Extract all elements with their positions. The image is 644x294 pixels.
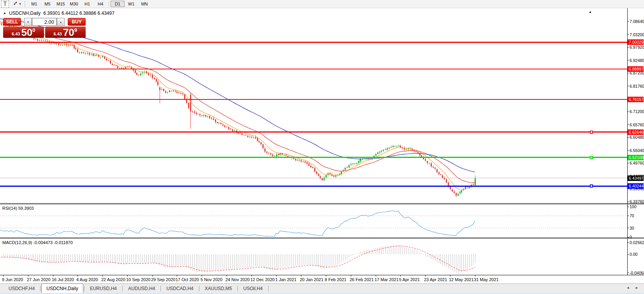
volume-increase-button[interactable]: ▲: [57, 18, 65, 26]
price-tick-mark: [627, 21, 629, 22]
price-tick-label: 7.03200: [630, 32, 644, 37]
buy-price-display[interactable]: 6.43 70 9: [45, 27, 86, 38]
price-tick-mark: [627, 34, 629, 35]
tab-separator: [199, 286, 199, 291]
tab-USDCAD-H4[interactable]: USDCAD,H4: [162, 284, 198, 293]
timeframe-button-M5[interactable]: M5: [41, 1, 54, 7]
price-line-tag: 6.40244: [628, 183, 644, 189]
rsi-tick-mark: [627, 207, 629, 207]
tab-separator: [238, 286, 238, 291]
tab-separator: [40, 286, 40, 291]
time-axis: 9 Jun 202027 Jun 202016 Jul 20204 Aug 20…: [0, 275, 644, 283]
rsi-panel-canvas[interactable]: [0, 204, 627, 237]
tab-USDCHF-H4[interactable]: USDCHF,H4: [4, 284, 39, 293]
tab-EURUSD-H4[interactable]: EURUSD,H4: [85, 284, 121, 293]
timeframe-button-MN[interactable]: MN: [138, 1, 151, 7]
price-tick-label: 6.49760: [630, 161, 644, 165]
date-tick-label: 20 Jan 2021: [300, 277, 324, 282]
tab-XAUUSD-M5[interactable]: XAUUSD,M5: [200, 284, 237, 293]
tab-separator: [268, 286, 269, 291]
date-tick-mark: [77, 275, 78, 276]
date-tick-label: 23 Apr 2021: [424, 277, 447, 282]
price-tick-mark: [627, 47, 629, 48]
date-tick-label: 9 Jun 2020: [2, 277, 23, 282]
date-tick-label: 24 Nov 2020: [225, 277, 250, 282]
date-tick-mark: [3, 275, 4, 276]
date-tick-label: 29 Sep 2020: [151, 277, 175, 282]
rsi-tick-label: 70: [630, 213, 634, 218]
trading-terminal-window: T ▼ M1M5M15M30H1H4D1W1MN 7.086407.032006…: [0, 0, 644, 294]
rsi-tick-label: 100: [630, 204, 637, 209]
tab-AUDUSD-H4[interactable]: AUDUSD,H4: [123, 284, 160, 293]
volume-input[interactable]: [32, 18, 57, 26]
sell-button[interactable]: SELL: [3, 18, 21, 26]
chart-title-row: ▲ USDCNH,Daily 6.39301 6.44112 6.38886 6…: [3, 11, 114, 16]
date-tick-label: 4 Aug 2020: [76, 277, 98, 282]
tab-USDCNH-Daily[interactable]: USDCNH,Daily: [41, 283, 83, 294]
rsi-tick-label: 0: [630, 235, 632, 239]
price-tick-mark: [627, 86, 629, 86]
sell-price-display[interactable]: 6.43 50 0: [3, 27, 44, 38]
date-tick-label: 22 Aug 2020: [101, 277, 125, 282]
candles: [0, 23, 476, 197]
rsi-level-lines: [0, 216, 627, 228]
date-tick-label: 5 Apr 2021: [399, 277, 420, 282]
sell-price-pips: 50: [21, 28, 32, 37]
timeframe-button-H4[interactable]: H4: [94, 1, 107, 7]
chart-expand-icon[interactable]: ▲: [3, 12, 6, 15]
toolbar: T ▼ M1M5M15M30H1H4D1W1MN: [0, 0, 644, 8]
timeframe-button-M30[interactable]: M30: [67, 1, 81, 7]
arrows-icon: [13, 0, 18, 7]
price-tick-label: 7.08640: [630, 19, 644, 24]
timeframe-button-D1[interactable]: D1: [111, 1, 125, 7]
chart-window: 7.086407.032006.979206.924806.872006.817…: [0, 8, 644, 283]
date-tick-label: 12 May 2021: [449, 277, 474, 282]
volume-decrease-button[interactable]: ▼: [24, 18, 32, 26]
price-line-tag: 6.76157: [628, 97, 644, 102]
price-axis-line: [627, 8, 628, 275]
arrows-tool-button[interactable]: ▼: [11, 1, 23, 7]
tab-scroll-right-icon[interactable]: ►: [635, 286, 639, 290]
tab-USOil-H4[interactable]: USOil,H4: [239, 284, 267, 293]
rsi-indicator-label: RSI(14) 59.3903: [2, 206, 34, 211]
macd-tick-mark: [627, 273, 629, 273]
rsi-tick-label: 30: [630, 226, 634, 230]
price-tick-mark: [627, 163, 629, 163]
price-tick-mark: [627, 150, 629, 151]
macd-tick-mark: [627, 254, 629, 255]
macd-signal-line: [0, 246, 475, 271]
rsi-line: [0, 211, 475, 236]
buy-price-prefix: 6.43: [53, 32, 62, 36]
dropdown-caret-icon[interactable]: ▼: [19, 2, 22, 6]
price-tick-mark: [627, 189, 629, 189]
macd-tick-label: 0.025623: [630, 240, 644, 245]
date-tick-mark: [400, 275, 401, 276]
timeframe-button-M15[interactable]: M15: [54, 1, 67, 7]
price-tick-mark: [627, 73, 629, 73]
date-tick-mark: [301, 275, 301, 276]
timeframe-button-M1[interactable]: M1: [28, 1, 41, 7]
price-tick-label: 6.65760: [630, 122, 644, 127]
buy-price-point: 9: [74, 27, 77, 33]
chart-shift-marker-icon[interactable]: ▲: [589, 10, 592, 14]
price-tick-label: 6.81760: [630, 84, 644, 89]
tab-scroll-left-icon[interactable]: ◄: [626, 286, 630, 290]
buy-button[interactable]: BUY: [68, 18, 86, 26]
timeframe-button-H1[interactable]: H1: [81, 1, 94, 7]
macd-panel-canvas[interactable]: [0, 239, 627, 275]
date-tick-mark: [177, 275, 177, 276]
timeframe-button-W1[interactable]: W1: [125, 1, 138, 7]
main-chart-canvas[interactable]: [0, 8, 627, 203]
date-tick-label: 17 Oct 2020: [176, 277, 199, 282]
tab-separator: [84, 286, 84, 291]
sell-price-point: 0: [32, 27, 35, 33]
text-tool-button[interactable]: T: [1, 0, 9, 8]
chart-ohlc-values: 6.39301 6.44112 6.38886 6.43497: [43, 11, 114, 16]
date-tick-label: 8 Feb 2021: [325, 277, 347, 282]
date-tick-label: 26 Feb 2021: [350, 277, 374, 282]
date-tick-mark: [351, 275, 351, 276]
date-tick-label: 1 Jan 2021: [275, 277, 296, 282]
price-tick-label: 6.33760: [630, 199, 644, 204]
date-tick-mark: [425, 275, 426, 276]
macd-indicator-label: MACD(12,26,9) -0.004473 -0.011870: [2, 240, 73, 245]
